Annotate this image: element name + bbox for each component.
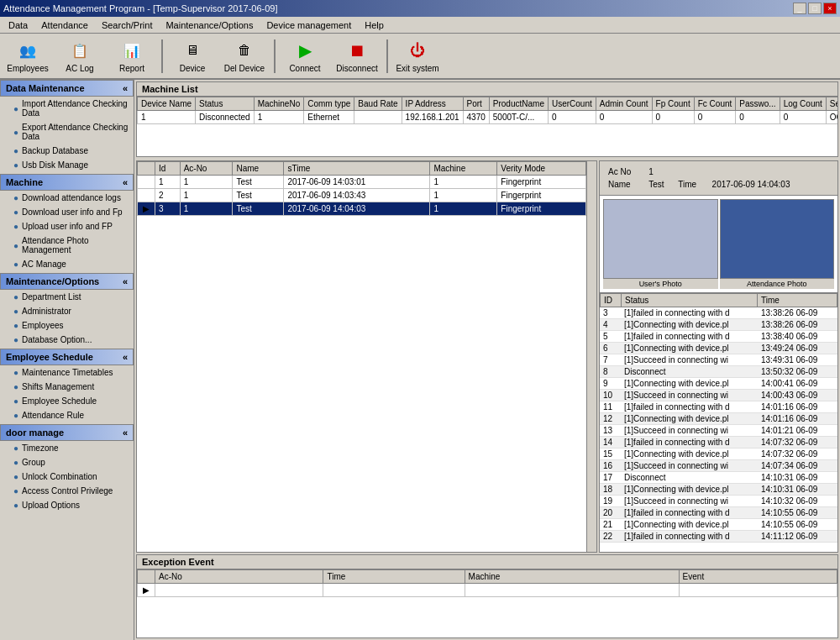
menu-search-print[interactable]: Search/Print [95, 18, 160, 32]
db-option-icon [13, 335, 18, 344]
ac-log-button[interactable]: AC Log [55, 36, 104, 76]
maximize-button[interactable]: □ [808, 3, 822, 14]
log-table: 3 [1]failed in connecting with d 13:38:2… [600, 307, 837, 543]
user-photo-col: User's Photo [603, 199, 718, 289]
sidebar-item-export[interactable]: Export Attendance Checking Data [0, 120, 134, 144]
list-item[interactable]: 19 [1]Succeed in connecting wi 14:10:32 … [600, 496, 837, 507]
list-item[interactable]: 5 [1]failed in connecting with d 13:38:4… [600, 331, 837, 343]
menu-data[interactable]: Data [2, 18, 34, 32]
sidebar-door-collapse-icon: « [123, 428, 128, 438]
sidebar-item-shifts[interactable]: Shifts Management [0, 380, 134, 394]
list-item[interactable]: 15 [1]Connecting with device.pl 14:07:32… [600, 449, 837, 460]
sidebar-item-group-label: Group [22, 458, 45, 467]
del-device-button[interactable]: Del Device [220, 36, 269, 76]
sidebar-header-schedule[interactable]: Employee Schedule « [0, 349, 134, 365]
list-item[interactable]: 13 [1]Succeed in connecting wi 14:01:21 … [600, 425, 837, 437]
list-item[interactable]: 20 [1]failed in connecting with d 14:10:… [600, 507, 837, 519]
list-item[interactable]: 8 Disconnect 13:50:32 06-09 [600, 366, 837, 378]
attendance-scrollbar[interactable] [586, 161, 596, 552]
sidebar-item-usb[interactable]: Usb Disk Manage [0, 158, 134, 172]
sidebar-item-timezone[interactable]: Timezone [0, 441, 134, 455]
list-item[interactable]: 12 [1]Connecting with device.pl 14:01:16… [600, 413, 837, 425]
sidebar-item-upload-options[interactable]: Upload Options [0, 498, 134, 512]
list-item[interactable]: 16 [1]Succeed in connecting wi 14:07:34 … [600, 460, 837, 472]
sidebar-item-access-control[interactable]: Access Control Privilege [0, 484, 134, 498]
toolbar-separator-3 [386, 39, 388, 73]
title-bar-text: Attendance Management Program - [Temp-Su… [3, 3, 278, 13]
menu-help[interactable]: Help [358, 18, 391, 32]
list-item[interactable]: 7 [1]Succeed in connecting wi 13:49:31 0… [600, 354, 837, 366]
attendance-table-body: 1 1 Test 2017-06-09 14:03:01 1 Fingerpri… [138, 176, 586, 216]
close-button[interactable]: × [823, 3, 837, 14]
table-row[interactable]: ▶ 3 1 Test 2017-06-09 14:04:03 1 Fingerp… [138, 202, 586, 216]
toolbar-separator-2 [274, 39, 276, 73]
table-row[interactable]: 1 1 Test 2017-06-09 14:03:01 1 Fingerpri… [138, 176, 586, 189]
content-area: Machine List Device Name Status MachineN… [134, 80, 840, 640]
list-item[interactable]: 9 [1]Connecting with device.pl 14:00:41 … [600, 378, 837, 390]
disconnect-button[interactable]: Disconnect [333, 36, 381, 76]
sidebar-item-unlock[interactable]: Unlock Combination [0, 470, 134, 484]
photo-area: User's Photo Attendance Photo [600, 196, 837, 292]
sidebar-header-data-maintenance[interactable]: Data Maintenance « [0, 80, 134, 97]
sidebar-item-employees[interactable]: Employees [0, 318, 134, 333]
sidebar-item-db-option[interactable]: Database Option... [0, 333, 134, 347]
sidebar-item-department[interactable]: Department List [0, 290, 134, 304]
attendance-table: Id Ac-No Name sTime Machine Verity Mode [137, 161, 586, 216]
sidebar-item-backup[interactable]: Backup Database [0, 144, 134, 158]
disconnect-label: Disconnect [336, 64, 377, 73]
sidebar-content-door: Timezone Group Unlock Combination Access… [0, 441, 134, 512]
sidebar-item-upload-user[interactable]: Upload user info and FP [0, 219, 134, 233]
sidebar-item-attendance-rule[interactable]: Attendance Rule [0, 408, 134, 422]
list-item[interactable]: 22 [1]failed in connecting with d 14:11:… [600, 531, 837, 543]
sidebar-item-download-user[interactable]: Download user info and Fp [0, 205, 134, 219]
col-passwo: Passwo... [736, 97, 780, 111]
list-item[interactable]: 6 [1]Connecting with device.pl 13:49:24 … [600, 343, 837, 354]
list-item[interactable]: 14 [1]failed in connecting with d 14:07:… [600, 437, 837, 449]
connect-button[interactable]: Connect [281, 36, 329, 76]
menu-device-management[interactable]: Device management [260, 18, 358, 32]
exception-table-scroll[interactable]: Ac-No Time Machine Event ▶ [137, 569, 837, 637]
sidebar-item-employee-schedule[interactable]: Employee Schedule [0, 394, 134, 408]
machine-row[interactable]: 1 Disconnected 1 Ethernet 192.168.1.201 … [138, 111, 838, 124]
sidebar-item-administrator[interactable]: Administrator [0, 304, 134, 318]
ac-manage-icon [13, 260, 18, 269]
sidebar-header-maintenance[interactable]: Maintenance/Options « [0, 273, 134, 290]
list-item[interactable]: 21 [1]Connecting with device.pl 14:10:55… [600, 519, 837, 531]
list-item[interactable]: 10 [1]Succeed in connecting wi 14:00:43 … [600, 390, 837, 401]
machine-list-scroll[interactable]: Device Name Status MachineNo Comm type B… [137, 97, 837, 151]
minimize-button[interactable]: _ [793, 3, 806, 14]
list-item[interactable]: 4 [1]Connecting with device.pl 13:38:26 … [600, 319, 837, 331]
attendance-photo-box [720, 199, 835, 279]
sidebar-item-photo-mgmt[interactable]: Attendance Photo Management [0, 233, 134, 257]
col-fc-count: Fc Count [694, 97, 736, 111]
menu-maintenance[interactable]: Maintenance/Options [159, 18, 260, 32]
report-button[interactable]: Report [108, 36, 156, 76]
log-header-row: ID Status Time [601, 294, 837, 307]
sidebar-content-schedule: Maintenance Timetables Shifts Management… [0, 365, 134, 422]
machine-list-panel: Machine List Device Name Status MachineN… [136, 81, 838, 157]
list-item[interactable]: 11 [1]failed in connecting with d 14:01:… [600, 401, 837, 413]
list-item[interactable]: 18 [1]Connecting with device.pl 14:10:31… [600, 484, 837, 496]
sidebar-content-machine: Download attendance logs Download user i… [0, 191, 134, 271]
administrator-icon [13, 307, 18, 316]
log-table-area[interactable]: 3 [1]failed in connecting with d 13:38:2… [600, 307, 837, 552]
sidebar-item-import[interactable]: Import Attendance Checking Data [0, 97, 134, 120]
device-button[interactable]: Device [168, 36, 217, 76]
sidebar-item-group[interactable]: Group [0, 455, 134, 470]
menu-attendance[interactable]: Attendance [34, 18, 95, 32]
sidebar-item-ac-manage[interactable]: AC Manage [0, 257, 134, 271]
employees-button[interactable]: Employees [3, 36, 52, 76]
col-port: Port [463, 97, 489, 111]
sidebar-header-machine[interactable]: Machine « [0, 174, 134, 191]
user-detail-row-1: Ac No 1 [606, 166, 831, 177]
sidebar-header-door[interactable]: door manage « [0, 424, 134, 441]
attendance-table-scroll[interactable]: Id Ac-No Name sTime Machine Verity Mode [137, 161, 586, 552]
list-item[interactable]: 17 Disconnect 14:10:31 06-09 [600, 472, 837, 484]
exit-system-button[interactable]: Exit system [393, 36, 442, 76]
list-item[interactable]: 3 [1]failed in connecting with d 13:38:2… [600, 307, 837, 319]
log-section: ID Status Time 3 [1]failed in connecting… [600, 292, 837, 552]
machine-list-table: Device Name Status MachineNo Comm type B… [137, 97, 837, 124]
sidebar-item-download-logs[interactable]: Download attendance logs [0, 191, 134, 205]
table-row[interactable]: 2 1 Test 2017-06-09 14:03:43 1 Fingerpri… [138, 189, 586, 202]
sidebar-item-timetables[interactable]: Maintenance Timetables [0, 365, 134, 380]
